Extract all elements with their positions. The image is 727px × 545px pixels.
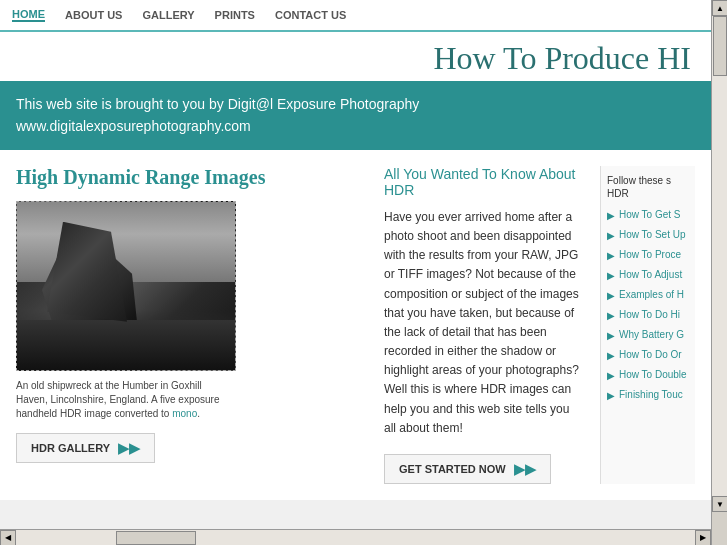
- banner: This web site is brought to you by Digit…: [0, 81, 711, 150]
- banner-line1: This web site is brought to you by Digit…: [16, 93, 695, 115]
- navigation-bar: HOME ABOUT US GALLERY PRINTS CONTACT US: [0, 0, 711, 32]
- sidebar-link-label-5: How To Do Hi: [619, 308, 680, 321]
- nav-item-contact[interactable]: CONTACT US: [275, 9, 346, 21]
- sidebar-arrow-icon-6: ▶: [607, 329, 615, 342]
- sidebar-arrow-icon-3: ▶: [607, 269, 615, 282]
- article-title: All You Wanted To Know About HDR: [384, 166, 584, 198]
- sidebar-link-label-8: How To Double: [619, 368, 687, 381]
- page-title-area: How To Produce HI: [0, 32, 711, 81]
- scroll-track-horizontal: [16, 530, 695, 546]
- sidebar-link-label-0: How To Get S: [619, 208, 681, 221]
- get-started-label: GET STARTED NOW: [399, 463, 506, 475]
- sidebar-link-4[interactable]: ▶ Examples of H: [607, 288, 689, 302]
- sidebar-link-3[interactable]: ▶ How To Adjust: [607, 268, 689, 282]
- left-column: High Dynamic Range Images An old shipwre…: [16, 166, 368, 484]
- main-content: High Dynamic Range Images An old shipwre…: [0, 150, 711, 500]
- sidebar-arrow-icon-7: ▶: [607, 349, 615, 362]
- sidebar-link-9[interactable]: ▶ Finishing Touc: [607, 388, 689, 402]
- sidebar-link-label-1: How To Set Up: [619, 228, 686, 241]
- nav-item-gallery[interactable]: GALLERY: [142, 9, 194, 21]
- sidebar-link-0[interactable]: ▶ How To Get S: [607, 208, 689, 222]
- scroll-right-button[interactable]: ▶: [695, 530, 711, 546]
- caption-link[interactable]: mono: [172, 408, 197, 419]
- middle-column: All You Wanted To Know About HDR Have yo…: [384, 166, 584, 484]
- scroll-up-button[interactable]: ▲: [712, 0, 727, 16]
- sidebar-link-7[interactable]: ▶ How To Do Or: [607, 348, 689, 362]
- sidebar-arrow-icon-1: ▶: [607, 229, 615, 242]
- sidebar-link-label-3: How To Adjust: [619, 268, 682, 281]
- scroll-thumb[interactable]: [713, 16, 727, 76]
- sidebar-link-1[interactable]: ▶ How To Set Up: [607, 228, 689, 242]
- sidebar-link-6[interactable]: ▶ Why Battery G: [607, 328, 689, 342]
- sidebar-link-label-7: How To Do Or: [619, 348, 682, 361]
- scroll-thumb-horizontal[interactable]: [116, 531, 196, 545]
- gallery-arrow-icon: ▶▶: [118, 440, 140, 456]
- nav-item-about[interactable]: ABOUT US: [65, 9, 122, 21]
- hdr-gallery-label: HDR GALLERY: [31, 442, 110, 454]
- vertical-scrollbar[interactable]: ▲ ▼: [711, 0, 727, 545]
- nav-item-home[interactable]: HOME: [12, 8, 45, 22]
- article-text: Have you ever arrived home after a photo…: [384, 208, 584, 438]
- sidebar-link-label-2: How To Proce: [619, 248, 681, 261]
- sidebar-arrow-icon-4: ▶: [607, 289, 615, 302]
- page-wrapper: HOME ABOUT US GALLERY PRINTS CONTACT US …: [0, 0, 711, 529]
- sidebar-arrow-icon-2: ▶: [607, 249, 615, 262]
- sidebar-link-8[interactable]: ▶ How To Double: [607, 368, 689, 382]
- sidebar-link-5[interactable]: ▶ How To Do Hi: [607, 308, 689, 322]
- sidebar-arrow-icon-9: ▶: [607, 389, 615, 402]
- page-title: How To Produce HI: [433, 40, 691, 76]
- scroll-left-button[interactable]: ◀: [0, 530, 16, 546]
- shipwreck-image: [16, 201, 236, 371]
- sidebar-title: Follow these s HDR: [607, 174, 689, 200]
- get-started-button[interactable]: GET STARTED NOW ▶▶: [384, 454, 551, 484]
- sidebar-link-label-4: Examples of H: [619, 288, 684, 301]
- section-title: High Dynamic Range Images: [16, 166, 368, 189]
- sidebar-link-2[interactable]: ▶ How To Proce: [607, 248, 689, 262]
- right-sidebar: Follow these s HDR ▶ How To Get S ▶ How …: [600, 166, 695, 484]
- scroll-track: [712, 16, 727, 496]
- hdr-gallery-button[interactable]: HDR GALLERY ▶▶: [16, 433, 155, 463]
- horizontal-scrollbar[interactable]: ◀ ▶: [0, 529, 711, 545]
- sidebar-link-label-6: Why Battery G: [619, 328, 684, 341]
- sidebar-arrow-icon-8: ▶: [607, 369, 615, 382]
- sidebar-arrow-icon-5: ▶: [607, 309, 615, 322]
- image-caption: An old shipwreck at the Humber in Goxhil…: [16, 379, 236, 421]
- sidebar-link-label-9: Finishing Touc: [619, 388, 683, 401]
- scroll-down-button[interactable]: ▼: [712, 496, 727, 512]
- nav-item-prints[interactable]: PRINTS: [215, 9, 255, 21]
- water-area: [17, 320, 235, 370]
- banner-line2: www.digitalexposurephotography.com: [16, 115, 695, 137]
- sidebar-arrow-icon-0: ▶: [607, 209, 615, 222]
- get-started-arrow-icon: ▶▶: [514, 461, 536, 477]
